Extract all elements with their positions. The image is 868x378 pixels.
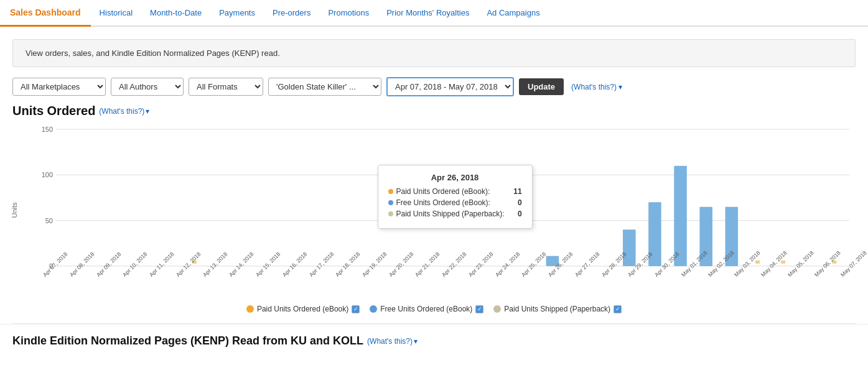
legend-label-2: Paid Units Shipped (Paperback) [504, 305, 610, 313]
author-select[interactable]: All Authors [111, 78, 184, 96]
x-axis-labels: Apr 07, 2018Apr 08, 2018Apr 09, 2018Apr … [31, 272, 856, 297]
svg-text:100: 100 [42, 171, 53, 178]
tooltip-rows: Paid Units Ordered (eBook): 11 Free Unit… [388, 187, 522, 218]
nav-link-promotions[interactable]: Promotions [319, 1, 378, 25]
info-text: View orders, sales, and Kindle Edition N… [26, 48, 280, 58]
nav-link-prior-months-royalties[interactable]: Prior Months' Royalties [378, 1, 478, 25]
info-banner: View orders, sales, and Kindle Edition N… [12, 39, 856, 67]
tooltip-date: Apr 26, 2018 [388, 173, 522, 182]
legend-dot-2 [493, 305, 501, 313]
tooltip-row: Paid Units Ordered (eBook): 11 [388, 187, 522, 196]
svg-text:150: 150 [42, 126, 53, 133]
date-range-select[interactable]: Apr 07, 2018 - May 07, 2018 [386, 77, 514, 96]
legend-item-2: Paid Units Shipped (Paperback) ✓ [493, 305, 622, 313]
chevron-down-icon-kenp: ▾ [414, 337, 418, 346]
marketplace-select[interactable]: All Marketplaces [12, 78, 106, 96]
nav-link-pre-orders[interactable]: Pre-orders [264, 1, 319, 25]
tooltip-dot [388, 200, 393, 205]
chart-svg-area[interactable]: 050100150 Apr 26, 2018 Paid Units Ordere… [31, 123, 856, 272]
svg-text:50: 50 [45, 217, 53, 224]
nav-links: HistoricalMonth-to-DatePaymentsPre-order… [91, 1, 549, 25]
chevron-down-icon-units: ▾ [146, 107, 149, 116]
title-select[interactable]: 'Golden State Killer' ... [268, 78, 381, 96]
nav-link-historical[interactable]: Historical [91, 1, 141, 25]
update-button[interactable]: Update [519, 78, 564, 95]
kenp-whats-this[interactable]: (What's this?) ▾ [367, 337, 418, 346]
chart-legend: Paid Units Ordered (eBook) ✓ Free Units … [0, 297, 868, 323]
tooltip-label: Paid Units Ordered (eBook): [396, 187, 490, 196]
svg-rect-16 [781, 260, 785, 264]
svg-rect-10 [623, 229, 636, 266]
legend-label-0: Paid Units Ordered (eBook) [257, 305, 348, 313]
tooltip-label: Paid Units Shipped (Paperback): [396, 210, 505, 218]
tooltip-dot [388, 189, 393, 194]
y-axis-label: Units [11, 202, 18, 218]
legend-dot-1 [370, 305, 377, 313]
tooltip-row: Free Units Ordered (eBook): 0 [388, 198, 522, 207]
nav-link-month-to-date[interactable]: Month-to-Date [141, 1, 210, 25]
svg-rect-15 [755, 260, 760, 264]
kenp-title: Kindle Edition Normalized Pages (KENP) R… [12, 334, 363, 348]
legend-item-0: Paid Units Ordered (eBook) ✓ [246, 305, 360, 313]
nav-link-ad-campaigns[interactable]: Ad Campaigns [478, 1, 548, 25]
legend-check-1[interactable]: ✓ [475, 305, 483, 313]
nav-link-payments[interactable]: Payments [210, 1, 264, 25]
filter-row: All Marketplaces All Authors All Formats… [0, 77, 868, 104]
kenp-section: Kindle Edition Normalized Pages (KENP) R… [0, 324, 868, 348]
chart-container: Units 050100150 Apr 26, 2018 Paid Units … [12, 123, 856, 297]
chevron-down-icon: ▾ [618, 83, 622, 91]
tooltip-value: 0 [510, 198, 522, 207]
units-whats-this[interactable]: (What's this?) ▾ [99, 107, 149, 116]
tooltip-dot [388, 211, 393, 216]
tooltip-row: Paid Units Shipped (Paperback): 0 [388, 210, 522, 218]
chart-tooltip: Apr 26, 2018 Paid Units Ordered (eBook):… [378, 165, 533, 229]
brand-title[interactable]: Sales Dashboard [0, 0, 91, 27]
legend-item-1: Free Units Ordered (eBook) ✓ [370, 305, 483, 313]
legend-check-0[interactable]: ✓ [352, 305, 360, 313]
whats-this-date[interactable]: (What's this?) ▾ [571, 83, 622, 91]
format-select[interactable]: All Formats [189, 78, 263, 96]
legend-label-1: Free Units Ordered (eBook) [380, 305, 472, 313]
units-title: Units Ordered [12, 104, 95, 118]
legend-dot-0 [246, 305, 254, 313]
legend-check-2[interactable]: ✓ [614, 305, 622, 313]
tooltip-label: Free Units Ordered (eBook): [396, 198, 490, 207]
tooltip-value: 11 [510, 187, 522, 196]
tooltip-value: 0 [510, 210, 522, 218]
top-nav: Sales Dashboard HistoricalMonth-to-DateP… [0, 0, 868, 27]
units-section-header: Units Ordered (What's this?) ▾ [0, 104, 868, 123]
